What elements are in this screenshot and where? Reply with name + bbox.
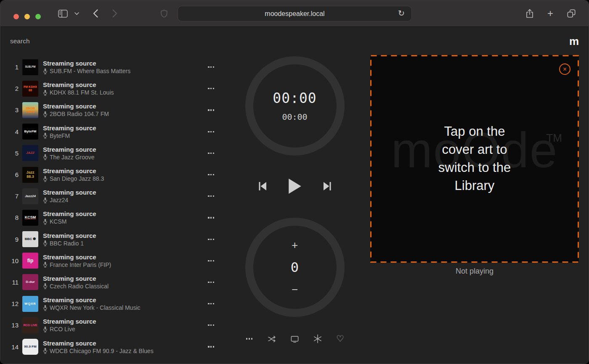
minimize-window-button[interactable] [24, 14, 30, 19]
microphone-icon [43, 154, 48, 160]
list-item[interactable]: 8 KCSM Streaming source KCSM [10, 207, 219, 228]
reload-icon[interactable]: ↻ [395, 8, 407, 18]
sidebar-toggle-icon[interactable] [57, 0, 69, 26]
volume-knob[interactable]: + 0 − [245, 218, 345, 317]
microphone-icon [43, 240, 48, 246]
station-thumbnail-text: KCSM [25, 216, 36, 219]
track-title: Streaming source [43, 124, 206, 132]
forward-button[interactable] [110, 0, 120, 26]
player-controls-column: 00:00 00:00 [219, 55, 370, 364]
address-bar[interactable]: moodespeaker.local ↻ [178, 6, 412, 21]
moode-page: search m 1 SUB.FM Streaming source [0, 27, 589, 364]
track-subtitle: KDHX 88.1 FM St. Louis [43, 89, 206, 96]
station-name: WDCB Chicago FM 90.9 - Jazz & Blues [50, 347, 154, 355]
privacy-shield-icon[interactable] [159, 0, 170, 26]
volume-down-button[interactable]: − [292, 285, 298, 295]
more-options-icon[interactable] [244, 334, 255, 344]
list-item[interactable]: 14 90.9 FM Streaming source WDCB Chicago… [10, 336, 219, 357]
list-item[interactable]: 5 JAZZ Streaming source The Jazz Groove [10, 142, 219, 164]
track-number: 5 [10, 150, 19, 157]
track-subtitle: ByteFM [43, 132, 206, 140]
station-thumbnail: FM KDHX 88 [22, 81, 38, 97]
track-options-icon[interactable] [206, 129, 216, 135]
station-thumbnail-text: 90.9 FM [24, 345, 36, 348]
microphone-icon [43, 176, 48, 182]
track-number: 12 [10, 300, 19, 307]
list-item[interactable]: 13 RCO LIVE Streaming source RCO Live [10, 314, 219, 336]
microphone-icon [43, 348, 48, 354]
station-thumbnail: SUB.FM [22, 59, 38, 75]
track-options-icon[interactable] [206, 343, 216, 350]
cover-art-panel[interactable]: moOde TM Tap on the cover art to switch … [370, 55, 579, 263]
tab-overview-icon[interactable] [565, 0, 577, 26]
track-subtitle: WQXR New York - Classical Music [43, 304, 206, 311]
track-options-icon[interactable] [206, 322, 216, 328]
list-item[interactable]: 9 BBC ❶ Streaming source BBC Radio 1 [10, 229, 219, 250]
track-title: Streaming source [43, 59, 206, 67]
station-thumbnail-text: Jazz 88.3 [22, 171, 38, 179]
list-item[interactable]: 4 ByteFM Streaming source ByteFM [10, 121, 219, 142]
zoom-window-button[interactable] [35, 14, 41, 19]
track-options-icon[interactable] [206, 150, 216, 156]
track-title: Streaming source [43, 210, 206, 218]
moode-menu-logo[interactable]: m [569, 36, 579, 47]
search-link[interactable]: search [10, 37, 30, 45]
time-knob[interactable]: 00:00 00:00 [245, 56, 345, 156]
shuffle-icon[interactable] [267, 334, 277, 344]
station-name: KDHX 88.1 FM St. Louis [50, 89, 114, 96]
play-icon[interactable] [288, 178, 302, 194]
track-options-icon[interactable] [206, 236, 216, 243]
track-options-icon[interactable] [206, 279, 216, 285]
list-item[interactable]: 6 Jazz 88.3 Streaming source San Diego J… [10, 164, 219, 185]
track-title: Streaming source [43, 232, 206, 240]
track-options-icon[interactable] [206, 258, 216, 264]
close-icon[interactable]: × [559, 63, 570, 75]
track-title: Streaming source [43, 81, 206, 89]
list-item[interactable]: 1 SUB.FM Streaming source SUB.FM - Where… [10, 56, 219, 78]
volume-level: 0 [291, 260, 299, 274]
station-thumbnail-text: fip [27, 258, 34, 264]
share-icon[interactable] [524, 0, 535, 26]
asterisk-icon[interactable] [313, 334, 323, 344]
back-button[interactable] [90, 0, 101, 26]
list-item[interactable]: 11 D-dur Streaming source Czech Radio Cl… [10, 272, 219, 293]
new-tab-button[interactable]: + [545, 0, 556, 26]
track-subtitle: WDCB Chicago FM 90.9 - Jazz & Blues [43, 347, 206, 355]
track-number: 10 [10, 257, 19, 264]
track-subtitle: SUB.FM - Where Bass Matters [43, 67, 206, 75]
track-number: 9 [10, 236, 19, 243]
chevron-down-icon[interactable] [73, 0, 80, 26]
track-options-icon[interactable] [206, 214, 216, 221]
track-subtitle: 2BOB Radio 104.7 FM [43, 110, 206, 118]
volume-up-button[interactable]: + [292, 240, 298, 250]
display-icon[interactable] [290, 334, 300, 344]
track-options-icon[interactable] [206, 85, 216, 92]
traffic-lights [13, 14, 41, 19]
next-track-icon[interactable] [323, 181, 332, 191]
track-meta: Streaming source Czech Radio Classical [43, 274, 206, 290]
station-name: France Inter Paris (FIP) [50, 261, 111, 269]
microphone-icon [43, 111, 48, 117]
track-meta: Streaming source KCSM [43, 210, 206, 225]
station-thumbnail: ByteFM [22, 124, 38, 140]
station-thumbnail-text: 2BOB radio [22, 107, 38, 114]
misc-toolbar: ♡ [244, 334, 345, 344]
list-item[interactable]: 3 2BOB radio Streaming source 2BOB Radio… [10, 99, 219, 121]
list-item[interactable]: 2 FM KDHX 88 Streaming source KDHX 88.1 … [10, 78, 219, 99]
list-item[interactable]: 12 WQXR Streaming source WQXR New York -… [10, 293, 219, 314]
previous-track-icon[interactable] [258, 181, 267, 191]
track-meta: Streaming source WQXR New York - Classic… [43, 296, 206, 311]
station-name: BBC Radio 1 [50, 240, 84, 247]
track-number: 1 [10, 63, 19, 71]
track-number: 13 [10, 322, 19, 329]
track-options-icon[interactable] [206, 301, 216, 307]
track-options-icon[interactable] [206, 171, 216, 178]
list-item[interactable]: 10 fip Streaming source France Inter Par… [10, 250, 219, 272]
microphone-icon [43, 261, 48, 268]
close-window-button[interactable] [13, 14, 19, 19]
track-options-icon[interactable] [206, 193, 216, 199]
list-item[interactable]: 7 Jazz24 Streaming source Jazz24 [10, 185, 219, 207]
track-options-icon[interactable] [206, 64, 216, 70]
track-options-icon[interactable] [206, 107, 216, 113]
favorite-heart-icon[interactable]: ♡ [335, 334, 345, 344]
